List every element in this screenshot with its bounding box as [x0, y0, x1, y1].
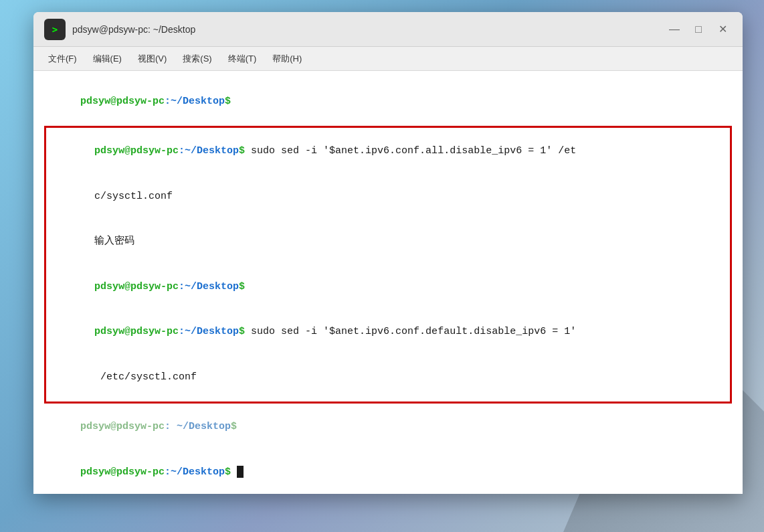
menu-edit[interactable]: 编辑(E) — [86, 50, 128, 68]
cmd-text-cmd1: sudo sed -i '$anet.ipv6.conf.all.disable… — [245, 145, 576, 157]
prompt-path-cmd2: :~/Desktop — [179, 326, 239, 337]
prompt-user-cmd2: pdsyw@pdsyw-pc — [94, 326, 179, 337]
prompt-path-final: :~/Desktop — [165, 466, 225, 478]
prompt-dollar-1: $ — [225, 96, 231, 107]
prompt-user-final: pdsyw@pdsyw-pc — [80, 466, 165, 478]
line-cmd2-continuation: /etc/sysctl.conf — [46, 355, 730, 400]
window-controls: — □ ✕ — [665, 20, 732, 39]
line-cmd2-part1: pdsyw@pdsyw-pc:~/Desktop$ sudo sed -i '$… — [46, 310, 730, 355]
prompt-path-cmd1: :~/Desktop — [179, 145, 239, 157]
terminal-body[interactable]: pdsyw@pdsyw-pc:~/Desktop$ pdsyw@pdsyw-pc… — [33, 71, 743, 494]
line-password-prompt: 输入密码 — [46, 219, 730, 265]
line-cmd1-continuation: c/sysctl.conf — [46, 174, 730, 219]
prompt-user-faded: pdsyw@pdsyw-pc — [80, 421, 165, 432]
line-faded-prompt: pdsyw@pdsyw-pc: ~/Desktop$ — [44, 405, 732, 450]
menu-search[interactable]: 搜索(S) — [176, 50, 218, 68]
title-bar: pdsyw@pdsyw-pc: ~/Desktop — □ ✕ — [33, 12, 743, 47]
prompt-user-1: pdsyw@pdsyw-pc — [80, 96, 165, 107]
password-text: 输入密码 — [94, 236, 134, 247]
maximize-button[interactable]: □ — [689, 20, 708, 39]
prompt-dollar-cmd1: $ — [239, 145, 245, 157]
prompt-user-cmd1: pdsyw@pdsyw-pc — [94, 145, 179, 157]
prompt-path-empty: :~/Desktop — [179, 281, 239, 292]
close-button[interactable]: ✕ — [713, 20, 732, 39]
line-cmd1-part1: pdsyw@pdsyw-pc:~/Desktop$ sudo sed -i '$… — [46, 129, 730, 175]
prompt-user-empty: pdsyw@pdsyw-pc — [94, 281, 179, 292]
terminal-app-icon — [44, 19, 66, 40]
prompt-dollar-empty: $ — [239, 281, 245, 292]
prompt-dollar-cmd2: $ — [239, 326, 245, 337]
line-initial-prompt: pdsyw@pdsyw-pc:~/Desktop$ — [44, 79, 732, 124]
menu-file[interactable]: 文件(F) — [41, 50, 84, 68]
highlighted-block: pdsyw@pdsyw-pc:~/Desktop$ sudo sed -i '$… — [44, 126, 732, 404]
prompt-path-faded: : ~/Desktop — [165, 421, 231, 432]
menu-terminal[interactable]: 终端(T) — [221, 50, 264, 68]
menu-view[interactable]: 视图(V) — [131, 50, 173, 68]
prompt-path-1: :~/Desktop — [165, 96, 225, 107]
cmd-text-final — [231, 466, 237, 478]
menu-bar: 文件(F) 编辑(E) 视图(V) 搜索(S) 终端(T) 帮助(H) — [33, 47, 743, 71]
cmd-text-1 — [231, 96, 237, 107]
prompt-dollar-faded: $ — [231, 421, 237, 432]
line-empty-prompt: pdsyw@pdsyw-pc:~/Desktop$ — [46, 264, 730, 310]
prompt-dollar-final: $ — [225, 466, 231, 478]
window-title: pdsyw@pdsyw-pc: ~/Desktop — [72, 24, 665, 35]
cmd-text-cmd1-cont: c/sysctl.conf — [94, 191, 173, 202]
cmd-text-cmd2: sudo sed -i '$anet.ipv6.conf.default.dis… — [245, 326, 576, 337]
minimize-button[interactable]: — — [665, 20, 684, 39]
line-final-prompt: pdsyw@pdsyw-pc:~/Desktop$ — [44, 450, 732, 494]
terminal-cursor — [237, 466, 244, 478]
terminal-window: pdsyw@pdsyw-pc: ~/Desktop — □ ✕ 文件(F) 编辑… — [33, 12, 743, 494]
cmd-text-cmd2-cont: /etc/sysctl.conf — [94, 371, 197, 383]
menu-help[interactable]: 帮助(H) — [266, 50, 308, 68]
